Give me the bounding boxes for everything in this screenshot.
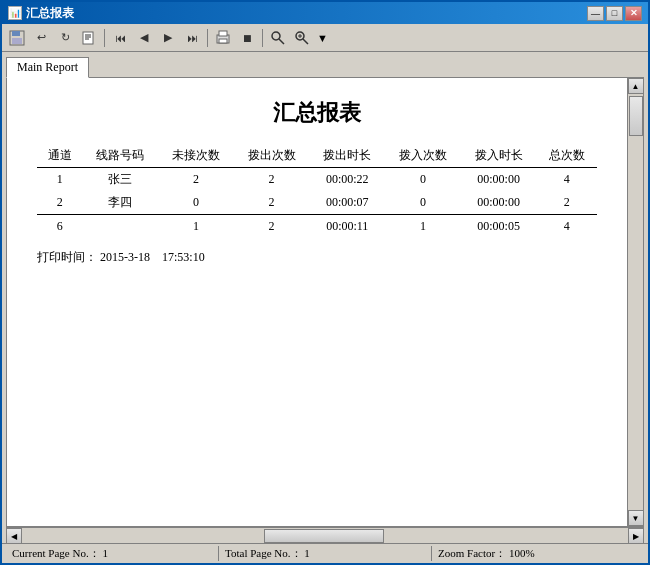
table-header-row: 通道 线路号码 未接次数 拨出次数 拨出时长 拨入次数 拨入时长 总次数	[37, 144, 597, 168]
table-cell	[82, 215, 158, 238]
stop-button[interactable]: ⏹	[236, 27, 258, 49]
table-cell: 00:00:07	[309, 191, 385, 215]
back-button[interactable]: ↩	[30, 27, 52, 49]
current-page-value: 1	[102, 547, 108, 559]
tab-bar: Main Report	[2, 52, 648, 77]
col-missed: 未接次数	[158, 144, 234, 168]
table-cell: 0	[158, 191, 234, 215]
zoom-button[interactable]	[291, 27, 313, 49]
table-cell: 李四	[82, 191, 158, 215]
status-bar: Current Page No.： 1 Total Page No.： 1 Zo…	[2, 543, 648, 563]
minimize-button[interactable]: —	[587, 6, 604, 21]
nav-first-button[interactable]: ⏮	[109, 27, 131, 49]
current-page-section: Current Page No.： 1	[6, 546, 219, 561]
horizontal-scrollbar: ◀ ▶	[6, 527, 644, 543]
table-cell: 2	[234, 168, 310, 192]
separator-1	[104, 29, 105, 47]
table-cell: 00:00:00	[461, 168, 537, 192]
print-time-value: 17:53:10	[162, 250, 205, 264]
table-cell: 4	[536, 168, 597, 192]
vertical-scrollbar: ▲ ▼	[627, 78, 643, 526]
report-title: 汇总报表	[37, 98, 597, 128]
maximize-button[interactable]: □	[606, 6, 623, 21]
table-cell: 1	[385, 215, 461, 238]
table-cell: 0	[385, 191, 461, 215]
window-controls: — □ ✕	[587, 6, 642, 21]
scroll-left-button[interactable]: ◀	[6, 528, 22, 544]
save-button[interactable]	[6, 27, 28, 49]
table-cell: 4	[536, 215, 597, 238]
scroll-right-button[interactable]: ▶	[628, 528, 644, 544]
zoom-value: 100%	[509, 547, 535, 559]
col-out-duration: 拨出时长	[309, 144, 385, 168]
print-time: 打印时间： 2015-3-18 17:53:10	[37, 249, 597, 266]
table-cell: 1	[158, 215, 234, 238]
scroll-up-button[interactable]: ▲	[628, 78, 644, 94]
print-button[interactable]	[212, 27, 234, 49]
table-cell: 00:00:05	[461, 215, 537, 238]
report-table: 通道 线路号码 未接次数 拨出次数 拨出时长 拨入次数 拨入时长 总次数 1张三…	[37, 144, 597, 237]
svg-rect-8	[219, 39, 227, 43]
scroll-thumb[interactable]	[629, 96, 643, 136]
table-cell: 2	[234, 215, 310, 238]
svg-line-13	[303, 39, 308, 44]
zoom-label: Zoom Factor：	[438, 547, 506, 559]
refresh-button[interactable]: ↻	[54, 27, 76, 49]
print-time-date: 2015-3-18	[100, 250, 150, 264]
close-button[interactable]: ✕	[625, 6, 642, 21]
table-cell: 2	[536, 191, 597, 215]
nav-next-button[interactable]: ▶	[157, 27, 179, 49]
report-scroll[interactable]: 汇总报表 通道 线路号码 未接次数 拨出次数 拨出时长 拨入次数 拨入时长 总次…	[7, 78, 627, 526]
zoom-dropdown[interactable]: ▼	[317, 32, 328, 44]
col-channel: 通道	[37, 144, 82, 168]
table-cell: 1	[37, 168, 82, 192]
svg-point-10	[272, 32, 280, 40]
hscroll-thumb[interactable]	[264, 529, 384, 543]
table-cell: 2	[158, 168, 234, 192]
report-content: 汇总报表 通道 线路号码 未接次数 拨出次数 拨出时长 拨入次数 拨入时长 总次…	[7, 78, 627, 286]
col-total: 总次数	[536, 144, 597, 168]
col-in-calls: 拨入次数	[385, 144, 461, 168]
table-row: 61200:00:11100:00:054	[37, 215, 597, 238]
toolbar: ↩ ↻ ⏮ ◀ ▶ ⏭ ⏹ ▼	[2, 24, 648, 52]
table-cell: 00:00:11	[309, 215, 385, 238]
table-cell: 00:00:22	[309, 168, 385, 192]
table-cell: 00:00:00	[461, 191, 537, 215]
svg-rect-1	[12, 31, 20, 36]
svg-rect-9	[219, 31, 227, 36]
table-cell: 6	[37, 215, 82, 238]
main-report-tab[interactable]: Main Report	[6, 57, 89, 78]
col-out-calls: 拨出次数	[234, 144, 310, 168]
print-time-label: 打印时间：	[37, 250, 97, 264]
table-row: 1张三2200:00:22000:00:004	[37, 168, 597, 192]
separator-3	[262, 29, 263, 47]
search-button[interactable]	[267, 27, 289, 49]
svg-rect-3	[83, 32, 93, 44]
nav-last-button[interactable]: ⏭	[181, 27, 203, 49]
scroll-track[interactable]	[628, 94, 643, 510]
scroll-down-button[interactable]: ▼	[628, 510, 644, 526]
table-row: 2李四0200:00:07000:00:002	[37, 191, 597, 215]
separator-2	[207, 29, 208, 47]
title-bar-left: 📊 汇总报表	[8, 5, 74, 22]
svg-line-11	[279, 39, 284, 44]
col-line: 线路号码	[82, 144, 158, 168]
content-area: 汇总报表 通道 线路号码 未接次数 拨出次数 拨出时长 拨入次数 拨入时长 总次…	[6, 77, 644, 527]
current-page-label: Current Page No.：	[12, 547, 100, 559]
export-button[interactable]	[78, 27, 100, 49]
window-icon: 📊	[8, 6, 22, 20]
svg-rect-2	[12, 38, 22, 44]
total-page-section: Total Page No.： 1	[219, 546, 432, 561]
zoom-section: Zoom Factor： 100%	[432, 546, 644, 561]
table-cell: 0	[385, 168, 461, 192]
nav-prev-button[interactable]: ◀	[133, 27, 155, 49]
col-in-duration: 拨入时长	[461, 144, 537, 168]
table-cell: 2	[37, 191, 82, 215]
total-page-label: Total Page No.：	[225, 547, 302, 559]
table-cell: 2	[234, 191, 310, 215]
window-title: 汇总报表	[26, 5, 74, 22]
main-window: 📊 汇总报表 — □ ✕ ↩ ↻ ⏮ ◀ ▶ ⏭ ⏹	[0, 0, 650, 565]
hscroll-track[interactable]	[22, 528, 628, 543]
total-page-value: 1	[304, 547, 310, 559]
title-bar: 📊 汇总报表 — □ ✕	[2, 2, 648, 24]
